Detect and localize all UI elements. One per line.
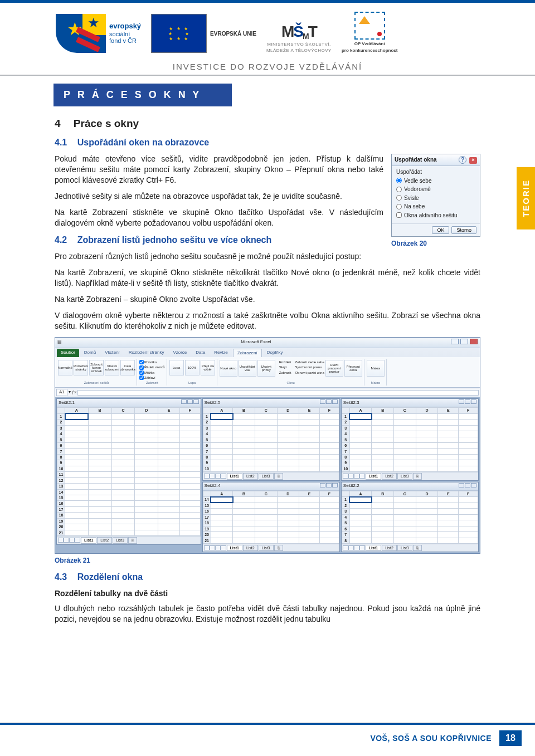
spreadsheet-grid[interactable]: ABCDEF123456789101112131415161718192021 <box>57 407 201 536</box>
cell[interactable] <box>255 526 277 531</box>
sheet-tab[interactable]: List1 <box>81 537 96 543</box>
nav-next-icon[interactable] <box>69 538 75 543</box>
cell[interactable] <box>88 524 111 530</box>
cell[interactable] <box>277 538 299 543</box>
cell[interactable] <box>299 520 320 526</box>
cell[interactable] <box>320 425 339 431</box>
cell[interactable] <box>459 425 478 431</box>
cell[interactable] <box>255 431 277 437</box>
cell[interactable] <box>233 437 255 442</box>
cell[interactable] <box>349 509 372 514</box>
cell[interactable] <box>88 495 111 501</box>
row-header[interactable]: 1 <box>342 413 349 419</box>
sheet-tab[interactable]: List1 <box>227 473 242 479</box>
new-sheet-icon[interactable]: ⎘ <box>128 537 137 543</box>
corner-cell[interactable] <box>342 491 349 497</box>
cell[interactable] <box>88 513 111 518</box>
maximize-icon[interactable] <box>326 399 332 404</box>
cell[interactable] <box>459 532 478 538</box>
cell[interactable] <box>394 532 416 538</box>
cell[interactable] <box>299 503 320 508</box>
cell[interactable] <box>180 460 200 466</box>
cell[interactable] <box>349 466 372 471</box>
cell[interactable] <box>438 460 459 466</box>
cell[interactable] <box>416 520 438 526</box>
cell[interactable] <box>416 437 438 442</box>
cell[interactable] <box>180 472 200 477</box>
cell[interactable] <box>394 520 416 526</box>
minimize-icon[interactable] <box>459 483 464 487</box>
cell[interactable] <box>320 503 339 508</box>
cell[interactable] <box>416 448 438 454</box>
cell[interactable] <box>233 448 255 454</box>
col-header[interactable]: D <box>416 491 438 497</box>
cell[interactable] <box>372 514 394 520</box>
ribbon-small-button[interactable]: Skrýt <box>276 365 291 369</box>
spreadsheet-grid[interactable]: ABCDEF1415161718192021 <box>203 491 339 544</box>
col-header[interactable]: A <box>349 407 372 413</box>
cell[interactable] <box>158 524 180 530</box>
cell[interactable] <box>65 443 89 448</box>
col-header[interactable]: B <box>233 407 255 413</box>
row-header[interactable]: 2 <box>342 420 349 425</box>
cell[interactable] <box>255 466 277 471</box>
cell[interactable] <box>233 497 255 503</box>
ribbon-button[interactable]: Nové okno <box>220 360 237 377</box>
col-header[interactable]: C <box>394 491 416 497</box>
ribbon-tab-vložení[interactable]: Vložení <box>101 349 124 358</box>
cell[interactable] <box>277 532 299 538</box>
cell[interactable] <box>394 454 416 460</box>
cell[interactable] <box>233 514 255 520</box>
nav-last-icon[interactable] <box>359 545 365 550</box>
row-header[interactable]: 7 <box>57 448 65 454</box>
cell[interactable] <box>394 503 416 508</box>
cell[interactable] <box>65 425 89 431</box>
cell[interactable] <box>180 477 200 483</box>
cell[interactable] <box>459 420 478 425</box>
ribbon-checkbox[interactable]: Pravítko <box>139 360 165 364</box>
ribbon-button[interactable]: Uspořádat vše <box>239 360 256 377</box>
sheet-tab[interactable]: List2 <box>243 545 258 551</box>
cell[interactable] <box>158 437 180 442</box>
cell[interactable] <box>394 431 416 437</box>
cell[interactable] <box>180 413 200 419</box>
cell[interactable] <box>135 466 158 471</box>
col-header[interactable]: F <box>320 491 339 497</box>
cell[interactable] <box>158 489 180 495</box>
cell[interactable] <box>394 514 416 520</box>
cell[interactable] <box>65 454 89 460</box>
cell[interactable] <box>299 538 320 543</box>
sheet-tab[interactable]: List3 <box>259 545 274 551</box>
cell[interactable] <box>135 413 158 419</box>
cell[interactable] <box>233 454 255 460</box>
radio-vedle-sebe[interactable]: Vedle sebe <box>396 177 475 185</box>
workbook-window-2[interactable]: Sešit2:2ABCDEF12345678List1List2List3⎘ <box>341 482 479 553</box>
cell[interactable] <box>299 420 320 425</box>
cell[interactable] <box>111 448 135 454</box>
col-header[interactable]: E <box>299 407 320 413</box>
cell[interactable] <box>233 538 255 543</box>
close-icon[interactable] <box>471 483 476 487</box>
cell[interactable] <box>65 477 89 483</box>
row-header[interactable]: 7 <box>203 448 211 454</box>
workbook-window-3[interactable]: Sešit2:3ABCDEF12345678910List1List2List3… <box>341 398 479 481</box>
cell[interactable] <box>158 420 180 425</box>
cell[interactable] <box>111 495 135 501</box>
row-header[interactable]: 16 <box>57 501 65 506</box>
cell[interactable] <box>111 420 135 425</box>
cell[interactable] <box>459 497 478 503</box>
cell[interactable] <box>349 454 372 460</box>
cell[interactable] <box>211 503 233 508</box>
checkbox-input[interactable] <box>139 375 144 380</box>
nav-first-icon[interactable] <box>343 474 348 479</box>
cell[interactable] <box>158 448 180 454</box>
radio-input[interactable] <box>396 195 402 201</box>
cell[interactable] <box>394 460 416 466</box>
nav-prev-icon[interactable] <box>64 538 69 543</box>
cell[interactable] <box>394 526 416 531</box>
close-icon[interactable]: × <box>469 157 477 164</box>
cell[interactable] <box>299 532 320 538</box>
ribbon-tab-vzorce[interactable]: Vzorce <box>169 349 191 358</box>
cell[interactable] <box>438 437 459 442</box>
col-header[interactable]: F <box>459 491 478 497</box>
